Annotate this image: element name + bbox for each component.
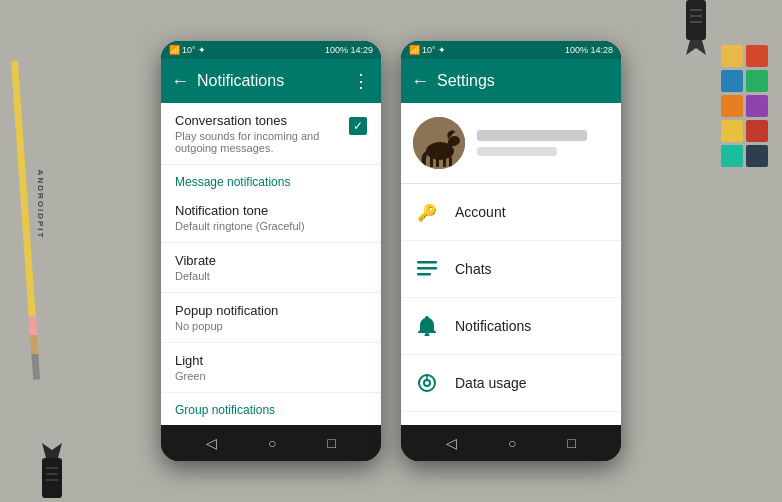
app-bar-right: ← Settings <box>401 59 621 103</box>
conversation-tones-text: Conversation tones Play sounds for incom… <box>175 113 349 154</box>
binder-clip-bottom <box>38 443 66 502</box>
group-notif-section: Group notifications <box>161 393 381 421</box>
svg-rect-15 <box>417 261 437 264</box>
settings-screen-content: 🔑 Account Chats <box>401 103 621 425</box>
svg-point-20 <box>424 380 430 386</box>
data-usage-label: Data usage <box>455 375 527 391</box>
settings-item-chats[interactable]: Chats <box>401 241 621 298</box>
recents-nav-right[interactable]: □ <box>567 435 575 451</box>
conversation-tones-item[interactable]: Conversation tones Play sounds for incom… <box>161 103 381 165</box>
svg-rect-11 <box>430 157 433 167</box>
bottom-nav-left: ◁ ○ □ <box>161 425 381 461</box>
back-button-right[interactable]: ← <box>411 71 429 92</box>
svg-rect-13 <box>443 158 446 167</box>
notif-screen-content: Conversation tones Play sounds for incom… <box>161 103 381 425</box>
status-bar-right: 📶 10° ✦ 100% 14:28 <box>401 41 621 59</box>
avatar-image <box>413 117 465 169</box>
light-item[interactable]: Light Green <box>161 343 381 393</box>
back-nav-left[interactable]: ◁ <box>206 435 217 451</box>
chats-label: Chats <box>455 261 492 277</box>
binder-clip-top <box>682 0 710 59</box>
app-bar-title-right: Settings <box>437 72 611 90</box>
svg-rect-17 <box>417 273 431 276</box>
back-button-left[interactable]: ← <box>171 71 189 92</box>
notifications-label: Notifications <box>455 318 531 334</box>
svg-rect-16 <box>417 267 437 270</box>
notification-tone-item[interactable]: Notification tone Default ringtone (Grac… <box>161 193 381 243</box>
data-usage-icon <box>413 369 441 397</box>
status-left-left: 📶 10° ✦ <box>169 45 206 55</box>
svg-rect-4 <box>42 458 62 498</box>
account-label: Account <box>455 204 506 220</box>
recents-nav-left[interactable]: □ <box>327 435 335 451</box>
settings-item-account[interactable]: 🔑 Account <box>401 184 621 241</box>
status-time-right: 100% 14:28 <box>565 45 613 55</box>
home-nav-right[interactable]: ○ <box>508 435 516 451</box>
profile-info <box>477 130 609 156</box>
conversation-tones-sub: Play sounds for incoming and outgoing me… <box>175 130 349 154</box>
message-notif-section: Message notifications <box>161 165 381 193</box>
status-left-right: 📶 10° ✦ <box>409 45 446 55</box>
profile-header[interactable] <box>401 103 621 184</box>
status-text-left: 10° ✦ <box>182 45 206 55</box>
menu-dots-left[interactable]: ⋮ <box>352 70 371 92</box>
notification-tone-sub: Default ringtone (Graceful) <box>175 220 367 232</box>
bottom-nav-right: ◁ ○ □ <box>401 425 621 461</box>
vibrate-title: Vibrate <box>175 253 367 268</box>
app-bar-left: ← Notifications ⋮ <box>161 59 381 103</box>
signal-icon-right: 📶 <box>409 45 420 55</box>
settings-item-data-usage[interactable]: Data usage <box>401 355 621 412</box>
notification-tone-title: Notification tone <box>175 203 367 218</box>
vibrate-item[interactable]: Vibrate Default <box>161 243 381 293</box>
chats-icon <box>413 255 441 283</box>
popup-notification-sub: No popup <box>175 320 367 332</box>
status-right-left: 100% 14:29 <box>325 45 373 55</box>
settings-item-notifications[interactable]: Notifications <box>401 298 621 355</box>
phone-left: 📶 10° ✦ 100% 14:29 ← Notifications ⋮ Con… <box>161 41 381 461</box>
home-nav-left[interactable]: ○ <box>268 435 276 451</box>
settings-item-contacts[interactable]: Contacts <box>401 412 621 425</box>
light-sub: Green <box>175 370 367 382</box>
svg-point-18 <box>425 333 430 336</box>
vibrate-sub: Default <box>175 270 367 282</box>
account-icon: 🔑 <box>413 198 441 226</box>
popup-notification-title: Popup notification <box>175 303 367 318</box>
signal-icon-left: 📶 <box>169 45 180 55</box>
androidpit-label: ANDROIDPIT <box>36 170 45 240</box>
status-time-left: 100% 14:29 <box>325 45 373 55</box>
status-right-right: 100% 14:28 <box>565 45 613 55</box>
status-text-right: 10° ✦ <box>422 45 446 55</box>
status-bar-left: 📶 10° ✦ 100% 14:29 <box>161 41 381 59</box>
conversation-tones-checkbox[interactable]: ✓ <box>349 117 367 135</box>
notifications-icon <box>413 312 441 340</box>
app-bar-title-left: Notifications <box>197 72 344 90</box>
svg-rect-14 <box>449 157 452 167</box>
color-blocks-decoration <box>721 45 768 167</box>
svg-rect-12 <box>436 158 439 167</box>
conversation-tones-title: Conversation tones <box>175 113 349 128</box>
light-title: Light <box>175 353 367 368</box>
svg-rect-0 <box>686 0 706 40</box>
profile-status <box>477 147 557 156</box>
avatar <box>413 117 465 169</box>
back-nav-right[interactable]: ◁ <box>446 435 457 451</box>
phone-right: 📶 10° ✦ 100% 14:28 ← Settings <box>401 41 621 461</box>
popup-notification-item[interactable]: Popup notification No popup <box>161 293 381 343</box>
profile-name <box>477 130 587 141</box>
